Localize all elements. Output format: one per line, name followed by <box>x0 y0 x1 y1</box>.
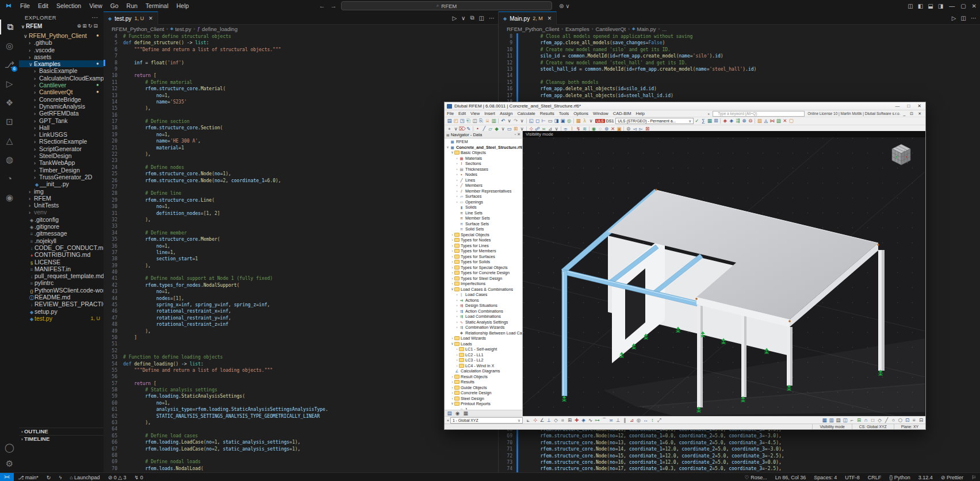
toolbar-icon[interactable]: ▨ <box>775 118 782 124</box>
tree-expander-icon[interactable]: › <box>455 325 459 330</box>
navigator-item-steel-design[interactable]: ›Steel Design <box>445 396 522 402</box>
navigator-item-action-combinations[interactable]: ›⇶Action Combinations <box>445 309 522 314</box>
explorer-item-DynamicAnalysis[interactable]: ›DynamicAnalysis <box>19 103 104 110</box>
code-line[interactable]: 28 # Define line <box>104 190 498 197</box>
toolbar-icon[interactable]: ▦ <box>575 118 581 124</box>
mdi-window-controls[interactable]: _ ⊡ ✕ <box>903 111 923 116</box>
explorer-item-.github[interactable]: ›.github <box>19 39 104 46</box>
breadcrumb-item[interactable]: RFEM_Python_Client <box>507 26 559 32</box>
code-line[interactable]: 64 <box>104 426 498 432</box>
explorer-item-.gitmessage[interactable]: ≡.gitmessage <box>19 230 104 237</box>
rfem-menu-file[interactable]: File <box>445 111 456 116</box>
breadcrumb[interactable]: RFEM_Python_Client›◆test.py›ƒdefine_load… <box>104 24 498 33</box>
breadcrumb-item[interactable]: RFEM_Python_Client <box>112 26 164 32</box>
toolbar-icon[interactable]: ≡ <box>911 417 917 424</box>
code-line[interactable]: 23 <box>104 157 498 164</box>
code-line[interactable]: 29 rfem.structure_core.Line( <box>104 197 498 203</box>
tree-expander-icon[interactable]: › <box>455 172 459 178</box>
menu-file[interactable]: File <box>16 2 34 9</box>
navigator-item-member-sets[interactable]: ≋Member Sets <box>445 216 522 221</box>
navigator-item-types-for-nodes[interactable]: ›Types for Nodes <box>445 237 522 243</box>
tree-expander-icon[interactable]: ∨ <box>450 287 454 293</box>
tree-expander-icon[interactable]: › <box>455 178 459 183</box>
code-line[interactable]: 22 ), <box>104 151 498 157</box>
tree-expander-icon[interactable]: › <box>450 254 454 260</box>
explorer-item-ConcreteBridge[interactable]: ›ConcreteBridge <box>19 96 104 103</box>
navigator-item-imperfections[interactable]: ›Imperfections <box>445 281 522 287</box>
tree-expander-icon[interactable]: › <box>450 276 454 282</box>
navigator-item-result-objects[interactable]: ›Result Objects <box>445 374 522 380</box>
tree-expander-icon[interactable]: › <box>455 188 459 194</box>
rfem-menu-help[interactable]: Help <box>633 111 646 116</box>
toolbar-icon[interactable]: ⊞ <box>713 118 719 124</box>
rfem-window-control[interactable]: ✕ <box>917 103 921 109</box>
navigator-item-actions[interactable]: ›⇉Actions <box>445 298 522 303</box>
code-line[interactable]: 34 # Define member <box>104 230 498 236</box>
code-line[interactable]: 41 # Define nodal support at Node 1 (ful… <box>104 275 498 282</box>
toolbar-icon[interactable]: ⊕ <box>741 118 747 124</box>
explorer-icon[interactable]: ⧉ <box>0 20 19 34</box>
code-line[interactable]: 12 # Create new model named 'steel_hall'… <box>499 60 980 66</box>
code-line[interactable]: 33 <box>104 223 498 229</box>
navigator-item-basic-objects[interactable]: ∨Basic Objects <box>445 150 522 156</box>
rfem-window-control[interactable]: — <box>895 103 899 109</box>
statusbar-item[interactable]: ⚐ <box>967 475 980 480</box>
code-line[interactable]: 68 <box>104 452 498 459</box>
code-line[interactable]: 36 no=1, <box>104 243 498 249</box>
explorer-item-.gitconfig[interactable]: ◈.gitconfig <box>19 216 104 223</box>
navigator-item-types-for-steel-design[interactable]: ›Types for Steel Design <box>445 276 522 282</box>
explorer-item-LinkUSGS[interactable]: ›LinkUSGS <box>19 131 104 138</box>
toolbar-icon[interactable]: ⊞ <box>566 417 573 424</box>
code-line[interactable]: 4# Function to define structural objects <box>104 33 498 40</box>
explorer-item-README.md[interactable]: ⓘREADME.md <box>19 294 104 301</box>
toolbar-icon[interactable]: ∿ <box>587 417 594 424</box>
toolbar-icon[interactable]: ⋈ <box>769 118 775 124</box>
code-line[interactable]: 15 # Cleanup both models <box>499 79 980 86</box>
code-line[interactable]: 13 steel_hall_id = common.ModelId(id=rfe… <box>499 66 980 72</box>
code-line[interactable]: 42 rfem.types_for_nodes.NodalSupport( <box>104 282 498 288</box>
code-line[interactable]: 43 no=1, <box>104 288 498 295</box>
toolbar-icon[interactable]: ∨ <box>588 118 594 124</box>
code-line[interactable]: 31 definition_nodes=[1, 2] <box>104 210 498 217</box>
code-line[interactable]: 45 spring_x=inf, spring_y=inf, spring_z=… <box>104 302 498 308</box>
code-line[interactable]: 10 return [ <box>104 72 498 79</box>
toolbar-icon[interactable]: ⊿ <box>629 417 635 424</box>
navigator-item-types-for-lines[interactable]: ›Types for Lines <box>445 243 522 249</box>
toolbar-icon[interactable]: ▤ <box>835 417 841 424</box>
code-line[interactable]: 16 <box>104 112 498 118</box>
code-line[interactable]: 73 rfem.structure_core.Node(no=16, coord… <box>499 459 980 465</box>
navigator-item-concrete-and-steel-structure-rf6-[interactable]: ∨▦Concrete_and_Steel_Structure.rf6* <box>445 145 522 151</box>
layout-toggle-icon[interactable]: ⬓ <box>928 3 933 9</box>
tree-expander-icon[interactable]: › <box>455 314 459 320</box>
code-line[interactable]: 8 # Close all models opened in applicati… <box>499 33 980 40</box>
explorer-item-GPT_Tank[interactable]: ›GPT_Tank <box>19 117 104 124</box>
statusbar-item[interactable]: Spaces: 4 <box>810 475 841 480</box>
toolbar-icon[interactable]: ◈ <box>728 118 734 124</box>
tree-expander-icon[interactable]: › <box>455 167 459 172</box>
toolbar-icon[interactable]: ◈ <box>580 417 587 424</box>
navigator-item-lc3-ll2[interactable]: ›LC3 - LL2 <box>445 357 522 363</box>
code-line[interactable]: 52 <box>104 348 498 354</box>
toolbar-icon[interactable]: ▧ <box>756 118 763 124</box>
toolbar-icon[interactable]: ◳ <box>459 118 465 124</box>
toolbar-icon[interactable]: ≍ <box>608 417 614 424</box>
navigator-item-types-for-solids[interactable]: ›Types for Solids <box>445 259 522 265</box>
code-line[interactable]: 50 ] <box>104 334 498 341</box>
tab-close-icon[interactable]: ✕ <box>148 16 153 21</box>
code-line[interactable]: 40 <box>104 269 498 275</box>
rfem-menu-options[interactable]: Options <box>571 111 591 116</box>
code-line[interactable]: 66 rfem.loading.LoadCase(no=1, static_an… <box>104 439 498 445</box>
navigator-item-design-situations[interactable]: ›⇶Design Situations <box>445 303 522 309</box>
toolbar-icon[interactable]: ⌒ <box>601 417 607 424</box>
toolbar-icon[interactable]: ◈ <box>722 118 728 124</box>
navigator-item-load-cases[interactable]: ›⌊Load Cases <box>445 292 522 298</box>
explorer-item-venv[interactable]: ›venv <box>19 209 104 216</box>
navigator-item-printout-reports[interactable]: ∨Printout Reports <box>445 401 522 407</box>
code-line[interactable]: 57 return [ <box>104 380 498 387</box>
code-line[interactable]: 5def define_structure() -> list: <box>104 40 498 46</box>
rfem-menu-insert[interactable]: Insert <box>482 111 497 116</box>
toolbar-icon[interactable]: ◎ <box>636 417 642 424</box>
restore-button[interactable]: ▢ <box>960 3 966 9</box>
explorer-item-MANIFEST.in[interactable]: ≡MANIFEST.in <box>19 265 104 272</box>
toolbar-icon[interactable]: ⊟ <box>918 417 924 424</box>
